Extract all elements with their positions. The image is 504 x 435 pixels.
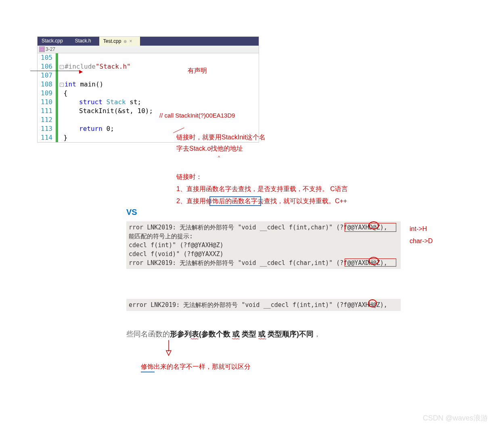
error-line: error LNK2019: 无法解析的外部符号 "void __cdecl f…: [129, 301, 398, 309]
rule-text: 些同名函数的形参列表(参数个数 或 类型 或 类型顺序)不同，: [126, 329, 321, 339]
error-output-2: error LNK2019: 无法解析的外部符号 "void __cdecl f…: [126, 299, 401, 311]
line-num: 107: [41, 71, 52, 80]
line-num: 110: [41, 98, 52, 107]
line-num: 111: [41, 107, 52, 116]
line-num: 113: [41, 124, 52, 133]
nav-bar[interactable]: ⬚ 3-27: [38, 46, 259, 53]
arrow-down-icon: [165, 340, 173, 356]
error-line: 能匹配的符号上的提示:: [129, 232, 398, 241]
collapse-icon[interactable]: -: [60, 83, 64, 87]
circle-hd: [368, 221, 379, 229]
annotation-link-note1: 链接时，就要用StackInit这个名: [176, 133, 266, 142]
pin-icon[interactable]: ⊕: [123, 39, 127, 44]
watermark: CSDN @waves浪游: [423, 413, 488, 423]
annotation-has-declaration: 有声明: [188, 67, 207, 75]
annotation-link-rule1: 1、直接用函数名字去查找，是否支持重载，不支持。 C语言: [176, 185, 348, 193]
highlight-box-decorated-name: [209, 196, 261, 206]
annotation-link-rule2: 2、直接用修饰后的函数名字去查找，就可以支持重载。C++: [176, 197, 347, 206]
code-content[interactable]: -#include"Stack.h" -int main() { struct …: [58, 53, 259, 142]
rule-prefix: 些同名函数的: [126, 330, 170, 338]
circle-hh: [368, 299, 377, 307]
line-num: 108: [41, 80, 52, 89]
tab-label: Test.cpp: [103, 38, 121, 44]
line-num: 106: [41, 62, 52, 71]
arrow-head-icon: ▶: [79, 69, 83, 74]
annotation-decorate: 修饰出来的名字不一样，那就可以区分: [141, 363, 251, 371]
rule-suffix: ，: [314, 330, 321, 338]
tab-stack-h[interactable]: Stack.h: [71, 37, 99, 46]
close-icon[interactable]: ×: [129, 38, 132, 44]
arrow-to-include: [30, 71, 81, 71]
line-num: 112: [41, 116, 52, 124]
code-editor-window: Stack.cpp Stack.h Test.cpp ⊕ × ⬚ 3-27 10…: [37, 36, 259, 143]
code-area[interactable]: 105 106 107 108 109 110 111 112 113 114 …: [38, 53, 259, 142]
underline-decorate: [141, 372, 155, 372]
circle-dh: [368, 257, 379, 265]
annotation-type-char: char->D: [410, 237, 433, 245]
annotation-type-int: int->H: [410, 225, 427, 233]
line-num: 114: [41, 133, 52, 142]
nav-project: 3-27: [46, 46, 55, 52]
collapse-icon[interactable]: -: [60, 65, 64, 69]
annotation-link-note2: 字去Stack.o找他的地址: [176, 145, 243, 153]
tab-test-cpp[interactable]: Test.cpp ⊕ ×: [99, 37, 140, 46]
line-gutter: 105 106 107 108 109 110 111 112 113 114: [38, 53, 56, 142]
wavy-underline-3: ~~~: [258, 336, 266, 342]
project-icon: ⬚: [39, 46, 45, 52]
wavy-underline-2: ~~~: [232, 336, 239, 342]
error-line: cdecl f(void)" (?f@@YAXXZ): [129, 250, 398, 258]
line-num: 105: [41, 53, 52, 62]
error-line: cdecl f(int)" (?f@@YAXH@Z): [129, 241, 398, 250]
tab-stack-cpp[interactable]: Stack.cpp: [38, 37, 71, 46]
caret-icon: ^: [218, 155, 220, 160]
vs-label: VS: [126, 208, 137, 217]
annotation-link-header: 链接时：: [176, 173, 202, 181]
annotation-call-comment: // call StackInit(?)00EA13D9: [159, 112, 235, 119]
wavy-underline-1: ~~~: [190, 336, 198, 342]
line-num: 109: [41, 89, 52, 98]
tab-bar: Stack.cpp Stack.h Test.cpp ⊕ ×: [38, 37, 259, 46]
